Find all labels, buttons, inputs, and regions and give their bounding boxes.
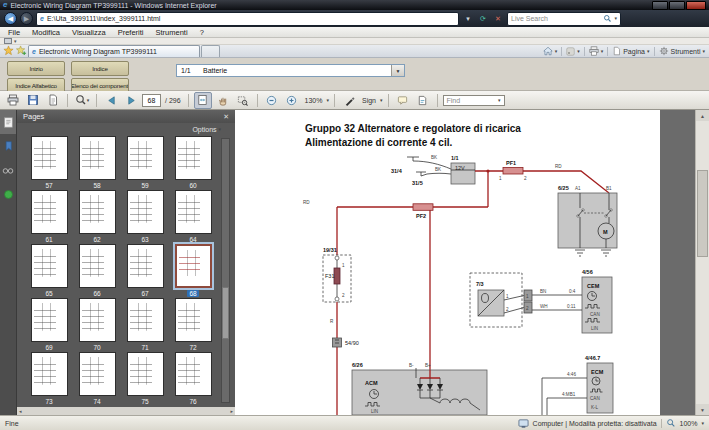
scroll-up-arrow-icon[interactable]: ▲ xyxy=(696,110,709,121)
document-select-arrow-icon[interactable]: ▼ xyxy=(391,65,404,76)
page-thumbnail[interactable]: 72 xyxy=(175,298,212,352)
previous-page-button[interactable] xyxy=(102,92,120,109)
inizio-button[interactable]: Inizio xyxy=(7,61,65,76)
next-page-button[interactable] xyxy=(122,92,140,109)
page-thumbnail[interactable]: 74 xyxy=(79,352,116,406)
fit-page-button[interactable] xyxy=(194,92,212,109)
share-button[interactable] xyxy=(414,92,432,109)
zoom-level-label[interactable]: 130% xyxy=(303,97,325,104)
pdf-attach-button[interactable] xyxy=(44,92,62,109)
bookmarks-tab[interactable] xyxy=(0,134,16,158)
live-search-input[interactable]: Live Search ▾ xyxy=(507,12,621,26)
page-thumbnail[interactable]: 67 xyxy=(127,244,164,298)
hand-tool-button[interactable] xyxy=(214,92,232,109)
page-thumbnail[interactable]: 58 xyxy=(79,136,116,190)
hscroll-right-arrow-icon[interactable]: ▸ xyxy=(230,408,233,414)
address-dropdown-icon[interactable]: ▾ xyxy=(462,13,474,25)
page-thumbnails-tab[interactable] xyxy=(0,110,16,134)
minimize-button[interactable] xyxy=(652,1,668,10)
find-input[interactable]: Find ▾ xyxy=(443,95,505,106)
zoom-out-button[interactable] xyxy=(263,92,281,109)
page-thumbnail-preview[interactable] xyxy=(127,298,164,342)
sign-label[interactable]: Sign xyxy=(360,97,378,104)
status-zoom-icon[interactable] xyxy=(666,418,676,428)
feeds-dropdown-icon[interactable]: ▾ xyxy=(577,49,580,54)
back-button[interactable]: ◀ xyxy=(4,12,17,25)
stop-icon[interactable]: ✕ xyxy=(492,13,504,25)
page-thumbnail[interactable]: 62 xyxy=(79,190,116,244)
page-thumbnail-preview[interactable] xyxy=(31,136,68,180)
page-thumbnail-preview[interactable] xyxy=(79,352,116,396)
page-thumbnail-preview[interactable] xyxy=(31,298,68,342)
page-thumbnail[interactable]: 70 xyxy=(79,298,116,352)
current-page-input[interactable]: 68 xyxy=(142,94,161,107)
status-zoom-dropdown-icon[interactable]: ▾ xyxy=(701,421,704,426)
search-dropdown-icon[interactable]: ▾ xyxy=(614,16,617,21)
indice-button[interactable]: Indice xyxy=(71,61,129,76)
zoom-in-button[interactable] xyxy=(283,92,301,109)
refresh-icon[interactable]: ⟳ xyxy=(477,13,489,25)
document-select[interactable]: 1/1 Batterie ▼ xyxy=(176,64,405,77)
pagina-dropdown-icon[interactable]: ▾ xyxy=(647,49,650,54)
favorites-bar-dropdown-icon[interactable]: ▾ xyxy=(14,39,17,44)
document-scrollbar[interactable]: ▲ ▼ xyxy=(695,110,709,415)
page-thumbnail-preview[interactable] xyxy=(175,190,212,234)
address-field[interactable]: e E:\Uta_3999111\index_3999111.html xyxy=(36,12,459,26)
page-thumbnail-preview[interactable] xyxy=(31,190,68,234)
menu-preferiti[interactable]: Preferiti xyxy=(112,28,150,37)
forward-button[interactable]: ▶ xyxy=(20,12,33,25)
page-thumbnail-preview[interactable] xyxy=(175,244,212,288)
home-button[interactable]: ▾ xyxy=(543,46,558,56)
menu-strumenti[interactable]: Strumenti xyxy=(150,28,194,37)
zoom-dropdown-icon[interactable]: ▾ xyxy=(326,98,329,103)
page-thumbnail[interactable]: 59 xyxy=(127,136,164,190)
marquee-zoom-button[interactable] xyxy=(234,92,252,109)
hscroll-left-arrow-icon[interactable]: ◂ xyxy=(19,408,22,414)
document-scrollbar-thumb[interactable] xyxy=(697,170,708,257)
page-thumbnail-preview[interactable] xyxy=(79,298,116,342)
page-thumbnail[interactable]: 71 xyxy=(127,298,164,352)
pdf-save-button[interactable] xyxy=(24,92,42,109)
page-thumbnail-preview[interactable] xyxy=(127,244,164,288)
strumenti-button[interactable]: Strumenti ▾ xyxy=(659,46,705,56)
pdf-print-button[interactable] xyxy=(4,92,22,109)
page-thumbnail-preview[interactable] xyxy=(175,352,212,396)
home-dropdown-icon[interactable]: ▾ xyxy=(555,49,558,54)
sign-pen-button[interactable] xyxy=(340,92,358,109)
status-zoom-level[interactable]: 100% xyxy=(680,420,698,427)
find-dropdown-icon[interactable]: ▾ xyxy=(498,98,501,103)
favorites-star-icon[interactable] xyxy=(3,45,14,56)
menu-modifica[interactable]: Modifica xyxy=(26,28,66,37)
page-thumbnail[interactable]: 64 xyxy=(175,190,212,244)
attachments-tab[interactable] xyxy=(0,158,16,182)
strumenti-dropdown-icon[interactable]: ▾ xyxy=(702,49,705,54)
page-thumbnail[interactable]: 57 xyxy=(31,136,68,190)
scroll-down-arrow-icon[interactable]: ▼ xyxy=(696,404,709,415)
page-thumbnail[interactable]: 61 xyxy=(31,190,68,244)
page-thumbnail-preview[interactable] xyxy=(79,244,116,288)
page-thumbnail-preview[interactable] xyxy=(175,136,212,180)
pages-panel-options[interactable]: Options ▾ xyxy=(17,123,235,135)
menu-visualizza[interactable]: Visualizza xyxy=(66,28,112,37)
signatures-tab[interactable] xyxy=(0,182,16,206)
page-thumbnail[interactable]: 69 xyxy=(31,298,68,352)
comment-button[interactable] xyxy=(394,92,412,109)
panel-scrollbar-thumb[interactable] xyxy=(222,287,229,339)
page-thumbnail[interactable]: 68 xyxy=(175,244,212,298)
print-button[interactable]: ▾ xyxy=(589,46,604,56)
page-thumbnail-preview[interactable] xyxy=(31,244,68,288)
menu-file[interactable]: File xyxy=(2,28,26,37)
panel-scrollbar[interactable] xyxy=(221,138,230,403)
page-thumbnail[interactable]: 60 xyxy=(175,136,212,190)
page-thumbnail-preview[interactable] xyxy=(175,298,212,342)
page-thumbnail[interactable]: 76 xyxy=(175,352,212,406)
search-options-dropdown-icon[interactable]: ▾ xyxy=(87,98,90,103)
feeds-button[interactable]: ▾ xyxy=(566,47,580,56)
page-thumbnail-preview[interactable] xyxy=(79,190,116,234)
page-thumbnail-preview[interactable] xyxy=(127,352,164,396)
page-thumbnail[interactable]: 73 xyxy=(31,352,68,406)
sign-dropdown-icon[interactable]: ▾ xyxy=(380,98,383,103)
pages-panel-close-icon[interactable]: ✕ xyxy=(223,113,229,121)
search-icon[interactable] xyxy=(603,14,612,23)
panel-horizontal-scrollbar[interactable]: ◂ ▸ xyxy=(17,407,235,415)
